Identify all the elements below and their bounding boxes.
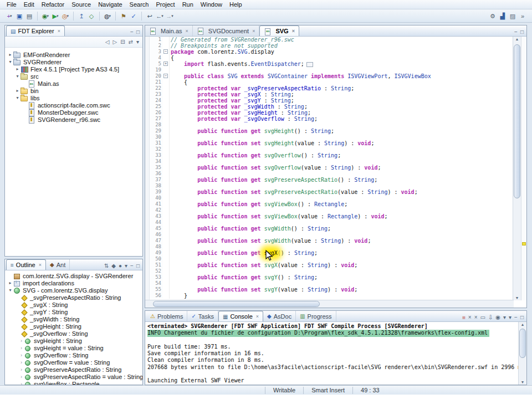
code-line[interactable]: 38 [150, 183, 513, 189]
fold-ruler[interactable] [163, 37, 170, 43]
filter-public-icon[interactable]: ● [119, 262, 122, 270]
link-with-editor-icon[interactable]: ⇄ [129, 38, 133, 46]
code-line[interactable]: 52 [150, 268, 513, 274]
new-class-button[interactable]: ◇ [86, 11, 96, 21]
code-line[interactable]: 37 public function get svgPreserveAspect… [150, 177, 513, 183]
fold-ruler[interactable] [163, 201, 170, 207]
fold-ruler[interactable] [163, 165, 170, 171]
tab-outline[interactable]: ≡Outline× [6, 259, 46, 270]
menu-search[interactable]: Search [126, 1, 152, 8]
code-line[interactable]: 19 [150, 67, 513, 73]
fold-ruler[interactable] [163, 256, 170, 262]
fold-ruler[interactable] [163, 55, 170, 61]
minimize-icon[interactable]: − [130, 28, 134, 36]
pin-console-icon[interactable]: ◉ [495, 314, 500, 321]
code-line[interactable]: 20− public class SVG extends SVGContaine… [150, 73, 513, 79]
explorer-item-libs[interactable]: ▾libs [5, 94, 142, 101]
dropdown-arrow-icon[interactable]: ▾ [161, 11, 163, 21]
bookmark-button[interactable]: ⚑ [119, 11, 129, 21]
code-line[interactable]: 27 protected var _svgOverflow : String; [150, 116, 513, 122]
minimize-icon[interactable]: − [514, 28, 518, 36]
editor-vertical-scrollbar[interactable]: ▲ ▼ [513, 37, 521, 300]
code-line[interactable]: 5+ import flash.events.EventDispatcher; [150, 61, 513, 67]
fold-ruler[interactable] [163, 104, 170, 110]
scrollbar-thumb[interactable] [519, 329, 526, 358]
maximize-icon[interactable]: □ [520, 28, 524, 36]
explorer-item-main-as[interactable]: Main.as [5, 80, 142, 87]
code-line[interactable]: 25 protected var _svgWidth : String; [150, 104, 513, 110]
maximize-icon[interactable]: □ [136, 28, 140, 36]
fold-ruler[interactable] [163, 171, 170, 177]
code-line[interactable]: 29 public function get svgHeight() : Str… [150, 128, 513, 134]
outline-item-import-declarations[interactable]: ▸import declarations [5, 279, 142, 287]
forward-button[interactable]: →▾ [165, 11, 175, 21]
occurrence-marker[interactable] [522, 242, 526, 245]
code-line[interactable]: 1// Generated from SVGRenderer_r96.swc [150, 37, 513, 43]
run-external-button[interactable]: ◎▾ [60, 11, 70, 21]
code-line[interactable]: 41 public function get svgViewBox() : Re… [150, 201, 513, 207]
new-wizard-button[interactable]: +▾ [4, 11, 14, 21]
code-line[interactable]: 44 [150, 219, 513, 226]
editor-horizontal-scrollbar[interactable] [145, 300, 514, 308]
maximize-icon[interactable]: □ [136, 262, 140, 270]
fold-ruler[interactable] [163, 85, 170, 91]
code-area[interactable]: 1// Generated from SVGRenderer_r96.swc2/… [150, 37, 513, 300]
explorer-item-svgrenderer[interactable]: ▾SVGRenderer [5, 58, 142, 65]
dropdown-arrow-icon[interactable]: ▾ [47, 11, 49, 21]
code-line[interactable]: 45 public function get svgWidth() : Stri… [150, 226, 513, 232]
code-line[interactable]: 2// Breakpoints are not supported [150, 43, 513, 49]
view-menu-icon[interactable]: ▾ [136, 38, 139, 46]
expander-icon[interactable]: ▾ [7, 59, 13, 64]
fold-ruler[interactable] [163, 268, 170, 274]
code-line[interactable]: 55 public function set svgY(value : Stri… [150, 287, 513, 293]
fold-collapsed-icon[interactable]: + [163, 62, 168, 66]
expander-icon[interactable]: ▸ [7, 52, 13, 57]
outline-item-svgoverflow-string[interactable]: ›svgOverflow : String [5, 351, 142, 359]
filter-fields-icon[interactable]: ◆ [111, 262, 116, 270]
export-release-button[interactable]: ↥ [76, 11, 86, 21]
collapse-all-icon[interactable]: ⊟ [120, 38, 125, 46]
fold-ruler[interactable] [163, 140, 170, 146]
explorer-item-bin[interactable]: ▸bin [5, 87, 142, 94]
search-button[interactable]: ◍▾ [103, 11, 112, 21]
fold-ruler[interactable] [163, 79, 170, 85]
fold-ruler[interactable] [163, 134, 170, 140]
task-button[interactable]: ✓ [129, 11, 139, 21]
code-line[interactable]: 24 protected var _svgY : String; [150, 98, 513, 104]
debug-button[interactable]: ◉▾ [40, 11, 50, 21]
fold-ruler[interactable] [163, 91, 170, 98]
code-line[interactable]: 51 public function set svgX(value : Stri… [150, 262, 513, 268]
dropdown-arrow-icon[interactable]: ▾ [67, 11, 69, 21]
outline-item-svgheight-string[interactable]: _svgHeight : String [5, 323, 142, 330]
code-line[interactable]: 21 { [150, 79, 513, 85]
close-icon[interactable]: × [292, 28, 295, 34]
display-selected-console-icon[interactable]: ▾ [503, 314, 506, 321]
scrollbar-thumb[interactable] [153, 301, 320, 307]
fold-ruler[interactable] [163, 232, 170, 238]
outline-item-svgpreserveaspectratio-string[interactable]: ›svgPreserveAspectRatio : String [5, 366, 142, 373]
code-line[interactable]: 33 public function get svgOverflow() : S… [150, 152, 513, 158]
tab-fdt-explorer[interactable]: ▤ FDT Explorer × [6, 25, 65, 36]
fold-ruler[interactable] [163, 122, 170, 128]
remove-all-terminated-icon[interactable]: × [474, 314, 478, 321]
scroll-lock-icon[interactable]: ⇩ [488, 314, 493, 321]
menu-run[interactable]: Run [179, 1, 197, 8]
tab-ant[interactable]: ◆Ant [46, 259, 70, 270]
minimize-icon[interactable]: − [130, 262, 134, 270]
code-line[interactable]: 3−package com.lorentz.SVG.display [150, 49, 513, 55]
fold-ruler[interactable] [163, 43, 170, 49]
tab-tasks[interactable]: ✓Tasks [187, 311, 218, 321]
fold-ruler[interactable] [163, 128, 170, 134]
fold-expanded-icon[interactable]: − [163, 74, 168, 78]
dropdown-arrow-icon[interactable]: ▾ [57, 11, 59, 21]
outline-item-svgheight-string[interactable]: ›svgHeight : String [5, 337, 142, 344]
expander-icon[interactable]: ▾ [14, 95, 21, 100]
back-button[interactable]: ←▾ [155, 11, 165, 21]
minimize-icon[interactable]: − [514, 314, 518, 321]
terminate-icon[interactable]: ■ [462, 314, 466, 321]
fold-ruler[interactable] [163, 152, 170, 158]
tab-problems[interactable]: ⚠Problems [146, 311, 187, 321]
code-line[interactable]: 34 [150, 158, 513, 165]
menu-file[interactable]: File [3, 1, 20, 8]
fold-ruler[interactable] [163, 244, 170, 250]
